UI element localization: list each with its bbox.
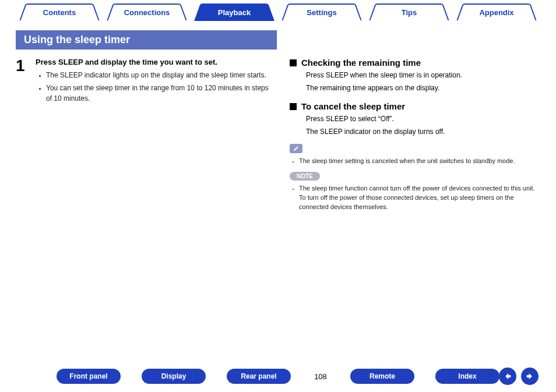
step-heading: Press SLEEP and display the time you wan…	[36, 58, 272, 66]
square-bullet-icon	[290, 103, 297, 110]
tab-appendix[interactable]: Appendix	[453, 3, 540, 21]
tab-contents[interactable]: Contents	[16, 3, 103, 21]
paragraph: Press SLEEP when the sleep timer is in o…	[306, 70, 540, 80]
note-item: The sleep timer function cannot turn off…	[299, 184, 540, 212]
step-body: Press SLEEP and display the time you wan…	[36, 58, 272, 106]
paragraph: Press SLEEP to select “Off”.	[306, 114, 540, 124]
subheading-cancel: To cancel the sleep timer	[290, 101, 540, 111]
tip-list: The sleep timer setting is canceled when…	[290, 157, 540, 166]
top-tabs: Contents Connections Playback Settings T…	[16, 3, 540, 21]
tab-settings[interactable]: Settings	[278, 3, 365, 21]
square-bullet-icon	[290, 59, 297, 66]
bullet-item: You can set the sleep timer in the range…	[46, 83, 272, 104]
step-number: 1	[16, 58, 29, 106]
tab-playback[interactable]: Playback	[191, 3, 278, 21]
front-panel-button[interactable]: Front panel	[57, 369, 121, 384]
note-list: The sleep timer function cannot turn off…	[290, 184, 540, 212]
step-bullets: The SLEEP indicator lights up on the dis…	[36, 70, 272, 104]
home-icon[interactable]	[477, 366, 494, 386]
tab-tips[interactable]: Tips	[365, 3, 453, 21]
subheading-text: To cancel the sleep timer	[301, 101, 405, 111]
page-root: Contents Connections Playback Settings T…	[16, 0, 540, 212]
bottom-nav: Front panel Display Rear panel 108 Remot…	[0, 369, 556, 384]
remote-button[interactable]: Remote	[350, 369, 414, 384]
paragraph: The remaining time appears on the displa…	[306, 83, 540, 93]
subheading-checking: Checking the remaining time	[290, 58, 540, 68]
prev-page-icon[interactable]	[499, 368, 516, 385]
bullet-item: The SLEEP indicator lights up on the dis…	[46, 70, 272, 80]
tip-item: The sleep timer setting is canceled when…	[299, 157, 540, 166]
section-title: Using the sleep timer	[16, 30, 277, 50]
tab-connections[interactable]: Connections	[103, 3, 191, 21]
pencil-icon	[290, 144, 302, 153]
note-label: NOTE	[290, 172, 320, 181]
paragraph: The SLEEP indicator on the display turns…	[306, 126, 540, 137]
subheading-text: Checking the remaining time	[301, 58, 421, 68]
nav-icons	[477, 366, 539, 386]
rear-panel-button[interactable]: Rear panel	[227, 369, 291, 384]
right-column: Checking the remaining time Press SLEEP …	[290, 58, 540, 212]
next-page-icon[interactable]	[521, 368, 539, 385]
content-row: 1 Press SLEEP and display the time you w…	[16, 58, 540, 212]
step-1: 1 Press SLEEP and display the time you w…	[16, 58, 272, 106]
display-button[interactable]: Display	[142, 369, 206, 384]
left-column: 1 Press SLEEP and display the time you w…	[16, 58, 272, 212]
page-number: 108	[312, 372, 329, 381]
